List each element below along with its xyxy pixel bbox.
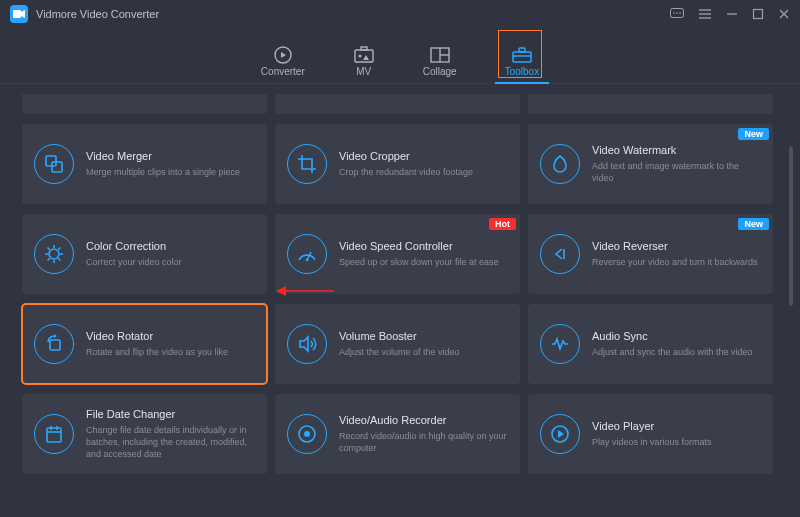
tool-card-volume-booster[interactable]: Volume BoosterAdjust the volume of the v… (275, 304, 520, 384)
tool-desc: Play videos in various formats (592, 436, 712, 448)
tab-converter[interactable]: Converter (261, 46, 305, 83)
svg-point-44 (304, 431, 310, 437)
tab-mv[interactable]: MV (353, 46, 375, 83)
tab-label: MV (356, 66, 371, 77)
tool-title: File Date Changer (86, 408, 255, 420)
tool-desc: Rotate and flip the video as you like (86, 346, 228, 358)
tool-title: Color Correction (86, 240, 182, 252)
svg-point-4 (679, 12, 681, 14)
merger-icon (34, 144, 74, 184)
svg-point-25 (49, 249, 59, 259)
tab-toolbox[interactable]: Toolbox (505, 46, 539, 83)
tool-card-file-date-changer[interactable]: File Date ChangerChange file date detail… (22, 394, 267, 474)
tool-desc: Record video/audio in high quality on yo… (339, 430, 508, 454)
tab-label: Toolbox (505, 66, 539, 77)
tool-title: Video Merger (86, 150, 240, 162)
tab-label: Converter (261, 66, 305, 77)
svg-point-3 (676, 12, 678, 14)
tool-title: Audio Sync (592, 330, 753, 342)
tool-card-video-player[interactable]: Video PlayerPlay videos in various forma… (528, 394, 773, 474)
rotator-icon (34, 324, 74, 364)
tool-title: Video Cropper (339, 150, 473, 162)
nav-tabs: Converter MV Collage Toolbox (0, 28, 800, 84)
tool-card-video-audio-rec[interactable]: Video/Audio RecorderRecord video/audio i… (275, 394, 520, 474)
tool-card-video-rotator[interactable]: Video RotatorRotate and flip the video a… (22, 304, 267, 384)
cropper-icon (287, 144, 327, 184)
toolbox-grid: Video MergerMerge multiple clips into a … (0, 84, 800, 517)
tool-card-speed-controller[interactable]: Video Speed ControllerSpeed up or slow d… (275, 214, 520, 294)
app-title: Vidmore Video Converter (36, 8, 159, 20)
svg-marker-38 (54, 334, 57, 338)
tab-label: Collage (423, 66, 457, 77)
svg-rect-20 (519, 48, 525, 52)
menu-icon[interactable] (698, 8, 712, 20)
svg-point-15 (358, 55, 361, 58)
badge-hot: Hot (489, 218, 516, 230)
tool-desc: Merge multiple clips into a single piece (86, 166, 240, 178)
recorder-icon (287, 414, 327, 454)
tool-card-video-watermark[interactable]: Video WatermarkAdd text and image waterm… (528, 124, 773, 204)
card-stub (22, 94, 267, 114)
tool-card-audio-sync[interactable]: Audio SyncAdjust and sync the audio with… (528, 304, 773, 384)
tool-title: Volume Booster (339, 330, 460, 342)
maximize-icon[interactable] (752, 8, 764, 20)
tool-card-video-reverser[interactable]: Video ReverserReverse your video and tur… (528, 214, 773, 294)
card-stub (275, 94, 520, 114)
watermark-icon (540, 144, 580, 184)
tab-collage[interactable]: Collage (423, 46, 457, 83)
svg-rect-24 (52, 162, 62, 172)
tool-title: Video Watermark (592, 144, 761, 156)
window-controls (670, 8, 790, 20)
colorcorrect-icon (34, 234, 74, 274)
tool-title: Video Rotator (86, 330, 228, 342)
player-icon (540, 414, 580, 454)
feedback-icon[interactable] (670, 8, 684, 20)
converter-icon (272, 46, 294, 64)
card-stub (528, 94, 773, 114)
tool-desc: Crop the redundant video footage (339, 166, 473, 178)
svg-line-32 (48, 258, 50, 260)
mv-icon (353, 46, 375, 64)
volume-icon (287, 324, 327, 364)
tool-card-video-merger[interactable]: Video MergerMerge multiple clips into a … (22, 124, 267, 204)
filedate-icon (34, 414, 74, 454)
svg-line-31 (58, 258, 60, 260)
svg-rect-23 (46, 156, 56, 166)
svg-rect-13 (355, 50, 373, 62)
audiosync-icon (540, 324, 580, 364)
svg-rect-39 (47, 428, 61, 442)
tool-title: Video Speed Controller (339, 240, 499, 252)
minimize-icon[interactable] (726, 8, 738, 20)
tool-title: Video Player (592, 420, 712, 432)
svg-rect-14 (361, 47, 367, 50)
scrollbar-thumb[interactable] (789, 146, 793, 306)
badge-new: New (738, 128, 769, 140)
tool-desc: Adjust and sync the audio with the video (592, 346, 753, 358)
tool-desc: Speed up or slow down your file at ease (339, 256, 499, 268)
tool-card-video-cropper[interactable]: Video CropperCrop the redundant video fo… (275, 124, 520, 204)
svg-rect-37 (50, 340, 60, 350)
badge-new: New (738, 218, 769, 230)
toolbox-icon (511, 46, 533, 64)
svg-point-2 (673, 12, 675, 14)
collage-icon (429, 46, 451, 64)
close-icon[interactable] (778, 8, 790, 20)
tool-desc: Correct your video color (86, 256, 182, 268)
tool-title: Video Reverser (592, 240, 758, 252)
tool-title: Video/Audio Recorder (339, 414, 508, 426)
tool-desc: Add text and image watermark to the vide… (592, 160, 761, 184)
tool-desc: Reverse your video and turn it backwards (592, 256, 758, 268)
app-logo-icon (10, 5, 28, 23)
svg-rect-9 (754, 10, 763, 19)
svg-point-35 (306, 259, 309, 262)
tool-card-color-correction[interactable]: Color CorrectionCorrect your video color (22, 214, 267, 294)
svg-rect-19 (513, 52, 531, 62)
svg-line-30 (48, 248, 50, 250)
tool-desc: Adjust the volume of the video (339, 346, 460, 358)
tool-desc: Change file date details individually or… (86, 424, 255, 460)
speed-icon (287, 234, 327, 274)
titlebar: Vidmore Video Converter (0, 0, 800, 28)
reverser-icon (540, 234, 580, 274)
svg-line-33 (58, 248, 60, 250)
svg-rect-0 (13, 10, 21, 18)
